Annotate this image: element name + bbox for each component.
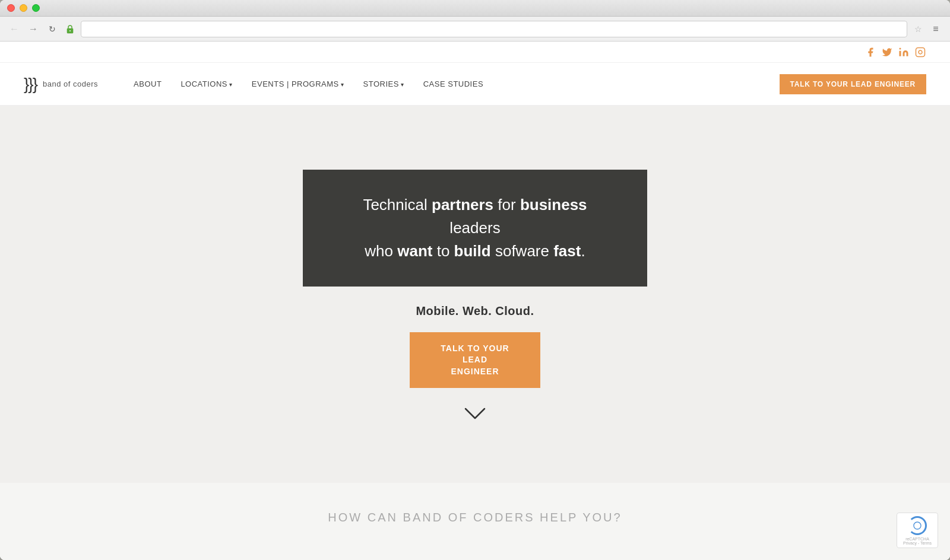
nav-cta-button[interactable]: TALK TO YOUR LEAD ENGINEER: [780, 74, 926, 94]
address-bar[interactable]: [81, 21, 907, 37]
bookmark-button[interactable]: ☆: [912, 23, 924, 35]
menu-button[interactable]: ≡: [929, 22, 943, 36]
second-section: HOW CAN BAND OF CODERS HELP YOU?: [0, 483, 950, 560]
browser-window: ← → ↻ ☆ ≡: [0, 0, 950, 560]
recaptcha-text: reCAPTCHAPrivacy - Terms: [903, 537, 932, 545]
social-bar: [0, 42, 950, 63]
scroll-down-chevron[interactable]: [463, 406, 487, 425]
recaptcha-logo: [908, 516, 927, 535]
instagram-icon[interactable]: [914, 46, 926, 58]
svg-point-1: [69, 30, 71, 31]
traffic-lights: [7, 4, 40, 12]
navigation-bar: }}} band of coders ABOUT LOCATIONS EVENT…: [0, 63, 950, 106]
nav-about[interactable]: ABOUT: [134, 79, 162, 88]
hero-dark-box: Technical partners for business leaders …: [303, 170, 647, 287]
nav-events[interactable]: EVENTS | PROGRAMS: [252, 79, 344, 88]
minimize-button[interactable]: [20, 4, 27, 12]
social-icons: [864, 46, 926, 58]
maximize-button[interactable]: [32, 4, 40, 12]
logo-text: band of coders: [43, 79, 98, 88]
linkedin-icon[interactable]: [898, 46, 910, 58]
svg-point-2: [900, 47, 901, 49]
nav-locations[interactable]: LOCATIONS: [180, 79, 232, 88]
twitter-icon[interactable]: [881, 46, 893, 58]
hero-section: Technical partners for business leaders …: [0, 106, 950, 483]
recaptcha-badge: reCAPTCHAPrivacy - Terms: [897, 513, 938, 548]
nav-case-studies[interactable]: CASE STUDIES: [423, 79, 483, 88]
refresh-button[interactable]: ↻: [45, 22, 59, 36]
section-title: HOW CAN BAND OF CODERS HELP YOU?: [328, 511, 622, 524]
nav-stories[interactable]: STORIES: [363, 79, 404, 88]
nav-items: ABOUT LOCATIONS EVENTS | PROGRAMS STORIE…: [134, 79, 779, 88]
logo-symbol: }}}: [24, 76, 37, 93]
back-button[interactable]: ←: [7, 22, 21, 36]
hero-subtext: Mobile. Web. Cloud.: [416, 304, 534, 318]
close-button[interactable]: [7, 4, 15, 12]
hero-headline: Technical partners for business leaders …: [338, 193, 612, 263]
logo[interactable]: }}} band of coders: [24, 76, 98, 93]
browser-toolbar: ← → ↻ ☆ ≡: [0, 17, 950, 42]
hero-cta-button[interactable]: TALK TO YOUR LEADENGINEER: [410, 332, 540, 389]
lock-icon: [64, 23, 76, 35]
facebook-icon[interactable]: [864, 46, 876, 58]
website-content: }}} band of coders ABOUT LOCATIONS EVENT…: [0, 42, 950, 560]
svg-rect-3: [916, 47, 925, 56]
forward-button[interactable]: →: [26, 22, 40, 36]
title-bar: [0, 0, 950, 17]
